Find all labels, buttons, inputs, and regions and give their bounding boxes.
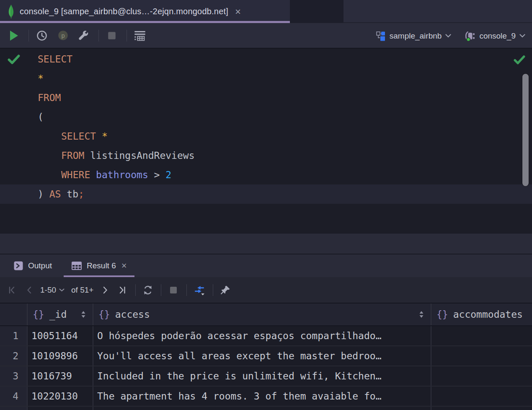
column-header-id[interactable]: {}_id [27, 304, 93, 325]
cell-access[interactable] [93, 407, 431, 410]
cell-access[interactable]: The apartment has 4 rooms. 3 of them ava… [93, 387, 431, 406]
code-token: WHERE [61, 169, 90, 180]
stop-disabled-icon [107, 31, 116, 40]
table-row: 31016739Included in the price is unlimit… [0, 366, 532, 387]
table-row-partial [0, 407, 532, 410]
jump-to-console-settings-button[interactable] [77, 29, 90, 42]
code-token: listingsAndReviews [90, 150, 194, 161]
column-header-access[interactable]: {}access [93, 304, 431, 325]
pin-icon [220, 285, 231, 296]
page-range-value: 1-50 [40, 285, 56, 295]
code-line[interactable]: SELECT [0, 49, 532, 69]
console-selector[interactable]: console_9 [465, 31, 525, 42]
cell-id[interactable]: 1016739 [27, 366, 93, 386]
code-token: FROM [38, 92, 61, 103]
code-token [96, 131, 102, 142]
next-page-button[interactable] [100, 284, 111, 296]
code-line[interactable]: FROM [0, 88, 532, 107]
run-button[interactable] [8, 29, 20, 42]
code-token [61, 189, 67, 200]
tab-console-9[interactable]: console_9 [sampe_airbnb@clus…-2ejqn.mong… [0, 0, 290, 23]
json-field-icon: {} [33, 309, 44, 320]
pin-tab-button[interactable] [220, 284, 231, 296]
toolbar-separator [213, 284, 213, 296]
code-token: 2 [165, 169, 171, 180]
last-page-button[interactable] [117, 284, 128, 296]
code-line[interactable]: ( [0, 107, 532, 127]
query-history-button[interactable] [36, 29, 48, 42]
sort-toggle-icon[interactable] [81, 311, 86, 318]
stop-disabled-icon [169, 286, 178, 294]
row-number[interactable]: 4 [0, 387, 27, 406]
reload-page-button[interactable] [142, 284, 153, 296]
editor-scrollbar-thumb[interactable] [522, 74, 529, 186]
row-number[interactable]: 2 [0, 346, 27, 366]
code-line[interactable]: WHERE bathrooms > 2 [0, 165, 532, 184]
cell-access[interactable]: O hóspedes poderão acessar espaços compa… [93, 326, 431, 345]
close-icon[interactable]: × [235, 7, 241, 17]
code-token: bathrooms [96, 169, 148, 180]
compare-sync-icon [194, 285, 205, 296]
inspection-ok-check-icon[interactable] [514, 54, 525, 65]
stop-query-button-disabled[interactable] [168, 284, 179, 296]
cell-access[interactable]: You'll access all areas except the maste… [93, 346, 431, 366]
stop-button-disabled[interactable] [106, 29, 118, 42]
cell-accommodates[interactable] [431, 387, 532, 406]
chevron-down-icon [59, 288, 65, 292]
sql-editor[interactable]: SELECT*FROM(SELECT *FROM listingsAndRevi… [0, 49, 532, 233]
cell-access[interactable]: Included in the price is unlimited wifi,… [93, 366, 431, 386]
compare-data-button[interactable] [194, 284, 205, 296]
first-page-icon [8, 286, 16, 294]
code-token: tb [67, 189, 78, 200]
table-row: 110051164O hóspedes poderão acessar espa… [0, 326, 532, 346]
cell-accommodates[interactable] [431, 326, 532, 345]
code-token [84, 150, 90, 161]
cell-id[interactable]: 10220130 [27, 387, 93, 406]
editor-layout-button[interactable] [134, 29, 146, 42]
row-number[interactable] [0, 407, 27, 410]
toolbar-separator [28, 30, 29, 42]
database-selector[interactable]: sample_airbnb [376, 31, 452, 41]
corner-cell[interactable] [0, 304, 27, 325]
console-icon [465, 31, 475, 42]
result-panel-tab-bar: Output Result 6 × [0, 254, 532, 277]
chevron-down-icon [445, 34, 451, 38]
close-icon[interactable]: × [121, 260, 127, 271]
svg-text:p: p [61, 32, 65, 39]
json-field-icon: {} [98, 309, 110, 320]
toolbar-separator [161, 284, 161, 296]
previous-page-icon [26, 286, 32, 294]
column-header-accommodates[interactable]: {}accommodates [431, 304, 532, 325]
first-page-button[interactable] [7, 284, 18, 296]
tab-title: console_9 [sampe_airbnb@clus…-2ejqn.mong… [20, 7, 228, 16]
code-lines: SELECT*FROM(SELECT *FROM listingsAndRevi… [0, 49, 532, 204]
row-number[interactable]: 3 [0, 366, 27, 386]
code-token: FROM [61, 150, 84, 161]
code-token: SELECT [61, 131, 96, 142]
json-field-icon: {} [436, 309, 448, 320]
page-range-dropdown[interactable]: 1-50 [40, 285, 65, 295]
tab-output[interactable]: Output [6, 254, 59, 277]
table-row: 410220130The apartment has 4 rooms. 3 of… [0, 387, 532, 407]
cell-id[interactable]: 10051164 [27, 326, 93, 345]
mongodb-leaf-icon [8, 5, 15, 18]
sort-toggle-icon[interactable] [419, 311, 424, 318]
last-page-icon [118, 286, 127, 294]
code-line[interactable]: * [0, 69, 532, 88]
cell-accommodates[interactable] [431, 366, 532, 386]
prettier-disabled-button[interactable]: p [57, 29, 69, 42]
cell-accommodates[interactable] [431, 407, 532, 410]
database-selector-label: sample_airbnb [390, 31, 442, 41]
code-token: > [154, 169, 160, 180]
tab-result-6[interactable]: Result 6 × [64, 254, 134, 277]
cell-accommodates[interactable] [431, 346, 532, 366]
row-number[interactable]: 1 [0, 326, 27, 345]
code-line[interactable]: SELECT * [0, 127, 532, 146]
cell-id[interactable]: 10109896 [27, 346, 93, 366]
code-line[interactable]: FROM listingsAndReviews [0, 146, 532, 165]
previous-page-button[interactable] [23, 284, 34, 296]
code-token: * [38, 73, 44, 84]
editor-tab-bar: console_9 [sampe_airbnb@clus…-2ejqn.mong… [0, 0, 532, 23]
code-line[interactable]: ) AS tb; [0, 184, 532, 204]
cell-id[interactable] [27, 407, 93, 410]
